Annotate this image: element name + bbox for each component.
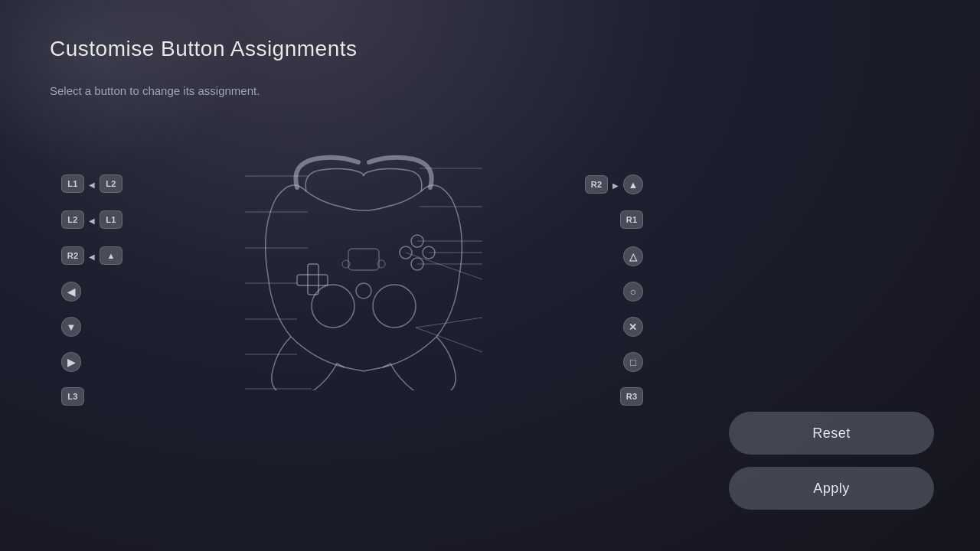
badge-triangle-r2[interactable]: ▲ [623,174,643,194]
label-row-l2-to-l1[interactable]: L2 L1 [61,210,122,229]
badge-r2-left[interactable]: R2 [61,246,84,265]
arrow-l2-l1 [89,213,95,227]
svg-line-24 [406,253,482,279]
badge-r3[interactable]: R3 [620,387,643,406]
badge-l3[interactable]: L3 [61,387,84,406]
badge-r2-right[interactable]: R2 [585,175,608,194]
svg-point-9 [356,283,371,298]
controller-diagram: L1 L2 L2 L1 R2 ▲ ◀ ▼ ▶ L3 R2 ▲ R1 [61,138,643,429]
svg-rect-8 [348,249,379,270]
controller-illustration [245,130,482,398]
page-subtitle: Select a button to change its assignment… [50,84,260,97]
arrow-r2-right [612,178,619,191]
label-row-square[interactable] [623,352,643,372]
label-row-dpad-left[interactable]: ◀ [61,282,81,302]
badge-dpad-left[interactable]: ◀ [61,282,81,302]
badge-l2[interactable]: L2 [61,210,84,229]
svg-rect-2 [308,264,318,295]
badge-l2-assigned[interactable]: L2 [100,174,122,193]
label-row-r2-right[interactable]: R2 ▲ [585,174,643,194]
svg-line-25 [416,318,482,328]
badge-square[interactable] [623,352,643,372]
badge-l1-assigned[interactable]: L1 [100,210,122,229]
arrow-r2-up [89,249,95,262]
badge-up-assigned[interactable]: ▲ [100,246,122,265]
label-row-dpad-down[interactable]: ▼ [61,317,81,337]
svg-rect-3 [297,275,328,285]
svg-line-26 [416,328,482,352]
label-row-l3[interactable]: L3 [61,387,84,406]
apply-button[interactable]: Apply [729,467,934,510]
svg-point-1 [373,285,416,328]
label-row-l1-to-l2[interactable]: L1 L2 [61,174,122,193]
badge-circle[interactable] [623,282,643,302]
badge-dpad-right[interactable]: ▶ [61,352,81,372]
label-row-cross[interactable] [623,317,643,337]
label-row-triangle[interactable] [623,246,643,266]
badge-dpad-down[interactable]: ▼ [61,317,81,337]
reset-button[interactable]: Reset [729,412,934,455]
label-row-r3[interactable]: R3 [620,387,643,406]
label-row-dpad-right[interactable]: ▶ [61,352,81,372]
arrow-l1-l2 [89,177,95,191]
badge-cross[interactable] [623,317,643,337]
action-buttons-container: Reset Apply [729,412,934,510]
label-row-r1[interactable]: R1 [620,210,643,229]
badge-triangle[interactable] [623,246,643,266]
label-row-r2-left[interactable]: R2 ▲ [61,246,122,265]
badge-r1[interactable]: R1 [620,210,643,229]
label-row-circle[interactable] [623,282,643,302]
badge-l1[interactable]: L1 [61,174,84,193]
page-title: Customise Button Assignments [50,37,358,61]
